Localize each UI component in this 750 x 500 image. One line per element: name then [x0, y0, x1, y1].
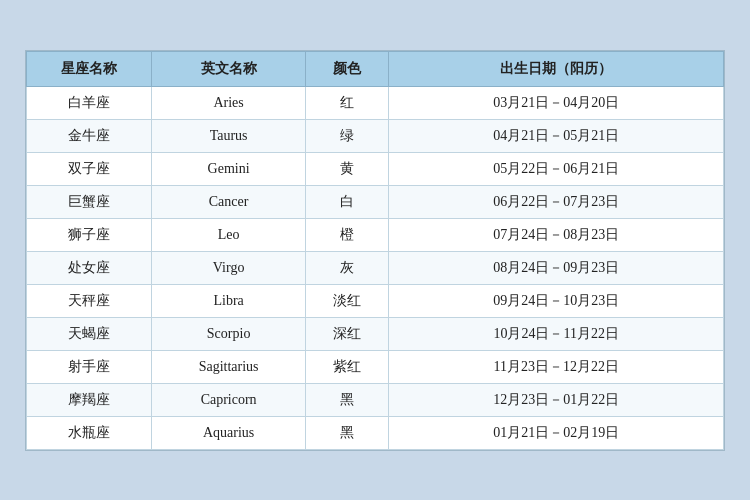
header-date: 出生日期（阳历）: [389, 51, 724, 86]
cell-color: 深红: [305, 317, 389, 350]
cell-color: 白: [305, 185, 389, 218]
cell-chinese-name: 水瓶座: [27, 416, 152, 449]
cell-date: 12月23日－01月22日: [389, 383, 724, 416]
cell-date: 04月21日－05月21日: [389, 119, 724, 152]
cell-date: 05月22日－06月21日: [389, 152, 724, 185]
zodiac-table: 星座名称 英文名称 颜色 出生日期（阳历） 白羊座Aries红03月21日－04…: [26, 51, 724, 450]
table-row: 天蝎座Scorpio深红10月24日－11月22日: [27, 317, 724, 350]
cell-chinese-name: 摩羯座: [27, 383, 152, 416]
cell-chinese-name: 天秤座: [27, 284, 152, 317]
cell-chinese-name: 射手座: [27, 350, 152, 383]
cell-english-name: Sagittarius: [152, 350, 305, 383]
cell-english-name: Aries: [152, 86, 305, 119]
cell-date: 07月24日－08月23日: [389, 218, 724, 251]
cell-color: 红: [305, 86, 389, 119]
cell-chinese-name: 狮子座: [27, 218, 152, 251]
cell-color: 灰: [305, 251, 389, 284]
cell-color: 淡红: [305, 284, 389, 317]
cell-english-name: Virgo: [152, 251, 305, 284]
table-row: 摩羯座Capricorn黑12月23日－01月22日: [27, 383, 724, 416]
cell-chinese-name: 巨蟹座: [27, 185, 152, 218]
cell-date: 08月24日－09月23日: [389, 251, 724, 284]
cell-date: 10月24日－11月22日: [389, 317, 724, 350]
table-row: 射手座Sagittarius紫红11月23日－12月22日: [27, 350, 724, 383]
table-row: 狮子座Leo橙07月24日－08月23日: [27, 218, 724, 251]
cell-color: 黄: [305, 152, 389, 185]
cell-color: 紫红: [305, 350, 389, 383]
cell-english-name: Capricorn: [152, 383, 305, 416]
cell-date: 03月21日－04月20日: [389, 86, 724, 119]
cell-date: 06月22日－07月23日: [389, 185, 724, 218]
cell-english-name: Scorpio: [152, 317, 305, 350]
cell-chinese-name: 白羊座: [27, 86, 152, 119]
cell-color: 绿: [305, 119, 389, 152]
cell-color: 黑: [305, 416, 389, 449]
cell-english-name: Cancer: [152, 185, 305, 218]
zodiac-table-container: 星座名称 英文名称 颜色 出生日期（阳历） 白羊座Aries红03月21日－04…: [25, 50, 725, 451]
table-row: 巨蟹座Cancer白06月22日－07月23日: [27, 185, 724, 218]
cell-english-name: Gemini: [152, 152, 305, 185]
table-row: 金牛座Taurus绿04月21日－05月21日: [27, 119, 724, 152]
cell-english-name: Aquarius: [152, 416, 305, 449]
cell-chinese-name: 金牛座: [27, 119, 152, 152]
header-color: 颜色: [305, 51, 389, 86]
table-row: 水瓶座Aquarius黑01月21日－02月19日: [27, 416, 724, 449]
cell-color: 橙: [305, 218, 389, 251]
cell-date: 01月21日－02月19日: [389, 416, 724, 449]
table-row: 白羊座Aries红03月21日－04月20日: [27, 86, 724, 119]
cell-english-name: Libra: [152, 284, 305, 317]
cell-chinese-name: 天蝎座: [27, 317, 152, 350]
cell-english-name: Taurus: [152, 119, 305, 152]
table-row: 天秤座Libra淡红09月24日－10月23日: [27, 284, 724, 317]
cell-date: 11月23日－12月22日: [389, 350, 724, 383]
table-header-row: 星座名称 英文名称 颜色 出生日期（阳历）: [27, 51, 724, 86]
header-chinese-name: 星座名称: [27, 51, 152, 86]
cell-date: 09月24日－10月23日: [389, 284, 724, 317]
cell-english-name: Leo: [152, 218, 305, 251]
header-english-name: 英文名称: [152, 51, 305, 86]
cell-chinese-name: 处女座: [27, 251, 152, 284]
table-row: 处女座Virgo灰08月24日－09月23日: [27, 251, 724, 284]
cell-chinese-name: 双子座: [27, 152, 152, 185]
cell-color: 黑: [305, 383, 389, 416]
table-row: 双子座Gemini黄05月22日－06月21日: [27, 152, 724, 185]
